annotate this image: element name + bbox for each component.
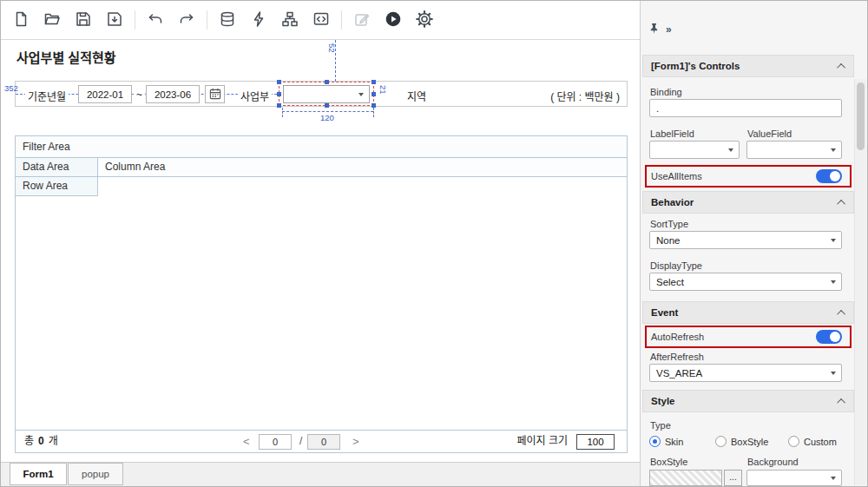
save-as-button[interactable] bbox=[103, 9, 126, 31]
edit-icon bbox=[353, 10, 371, 30]
valuefield-label: ValueField bbox=[747, 128, 792, 139]
useallitems-toggle[interactable] bbox=[816, 169, 842, 183]
chevron-down-icon bbox=[831, 372, 836, 375]
labelfield-label: LabelField bbox=[650, 128, 694, 139]
autorefresh-label: AutoRefresh bbox=[651, 332, 704, 342]
save-button[interactable] bbox=[72, 9, 95, 31]
toggle-knob bbox=[830, 332, 840, 342]
prev-page-button[interactable]: < bbox=[243, 431, 250, 452]
afterrefresh-label: AfterRefresh bbox=[650, 352, 704, 362]
tab-form1[interactable]: Form1 bbox=[10, 463, 67, 485]
style-section-header[interactable]: Style bbox=[642, 390, 854, 412]
behavior-section-header[interactable]: Behavior bbox=[642, 191, 854, 214]
settings-button[interactable] bbox=[413, 9, 436, 31]
calendar-button[interactable] bbox=[205, 85, 225, 103]
hierarchy-button[interactable] bbox=[279, 9, 301, 31]
binding-input[interactable]: . bbox=[649, 99, 842, 117]
panel-header[interactable]: [Form1]'s Controls bbox=[642, 55, 854, 77]
radio-custom[interactable]: Custom bbox=[788, 436, 837, 447]
pin-icon[interactable] bbox=[648, 23, 660, 36]
chevron-up-icon bbox=[837, 63, 845, 71]
undo-button[interactable] bbox=[144, 9, 167, 31]
database-button[interactable] bbox=[216, 9, 239, 31]
scrollbar-thumb[interactable] bbox=[857, 82, 865, 150]
chevron-up-icon bbox=[837, 199, 845, 207]
date-from-input[interactable]: 2022-01 bbox=[78, 85, 132, 103]
filter-area-cell[interactable]: Filter Area bbox=[16, 136, 627, 158]
row-area-cell[interactable]: Row Area bbox=[16, 177, 98, 196]
chevron-up-icon bbox=[837, 398, 845, 406]
radio-dot bbox=[715, 436, 727, 447]
event-trigger-button[interactable] bbox=[247, 9, 270, 31]
behavior-section-title: Behavior bbox=[651, 197, 694, 207]
displaytype-select[interactable]: Select bbox=[649, 273, 842, 291]
page-size-input[interactable]: 100 bbox=[576, 434, 615, 450]
redo-button[interactable] bbox=[175, 9, 198, 31]
new-document-button[interactable] bbox=[10, 9, 32, 31]
toolbar-separator bbox=[341, 10, 342, 30]
run-button[interactable] bbox=[382, 9, 404, 31]
edit-button[interactable] bbox=[351, 9, 373, 31]
period-label: 기준년월 bbox=[25, 89, 69, 103]
division-label: 사업부 bbox=[238, 89, 272, 103]
autorefresh-toggle[interactable] bbox=[816, 330, 842, 344]
valuefield-select[interactable] bbox=[746, 141, 842, 159]
radio-skin-label: Skin bbox=[665, 437, 683, 447]
tab-strip: Form1 popup bbox=[1, 462, 640, 487]
date-to-input[interactable]: 2023-06 bbox=[146, 85, 200, 103]
tab-popup[interactable]: popup bbox=[68, 463, 123, 485]
code-view-button[interactable] bbox=[310, 9, 332, 31]
displaytype-value: Select bbox=[656, 277, 684, 287]
boxstyle-browse-button[interactable]: ... bbox=[724, 470, 742, 486]
style-section-title: Style bbox=[651, 396, 675, 406]
panel-scrollbar[interactable] bbox=[854, 79, 866, 485]
total-suffix: 개 bbox=[49, 435, 58, 447]
toolbar bbox=[1, 1, 641, 40]
displaytype-label: DisplayType bbox=[650, 260, 702, 271]
collapse-panel-button[interactable]: » bbox=[666, 23, 672, 36]
open-folder-button[interactable] bbox=[41, 9, 63, 31]
radio-skin[interactable]: Skin bbox=[649, 436, 683, 447]
code-view-icon bbox=[312, 10, 330, 30]
afterrefresh-value: VS_AREA bbox=[656, 368, 702, 378]
total-prefix: 총 bbox=[24, 435, 34, 447]
panel-header-title: [Form1]'s Controls bbox=[651, 61, 740, 71]
useallitems-label: UseAllItems bbox=[651, 171, 702, 181]
chevron-down-icon bbox=[358, 93, 364, 96]
column-area-cell[interactable]: Column Area bbox=[98, 158, 627, 177]
division-combobox[interactable] bbox=[283, 85, 370, 103]
current-page-input[interactable]: 0 bbox=[259, 434, 292, 450]
total-page-input: 0 bbox=[307, 434, 340, 450]
open-folder-icon bbox=[43, 10, 61, 30]
type-label: Type bbox=[650, 420, 671, 431]
sorttype-label: SortType bbox=[650, 219, 688, 229]
event-trigger-icon bbox=[250, 10, 267, 30]
unit-note: ( 단위 : 백만원 ) bbox=[550, 89, 620, 103]
data-area-cell[interactable]: Data Area bbox=[16, 158, 98, 177]
page-size-label: 페이지 크기 bbox=[516, 431, 568, 452]
radio-custom-label: Custom bbox=[804, 437, 837, 447]
design-canvas: 사업부별 실적현황 52 352 기준년월 2022-01 ~ 2023-06 … bbox=[1, 40, 641, 487]
filter-bar: 기준년월 2022-01 ~ 2023-06 사업부 21 지역 ( 단위 : … bbox=[15, 81, 628, 107]
next-page-button[interactable]: > bbox=[352, 431, 359, 452]
new-document-icon bbox=[12, 10, 30, 30]
guide-height: 21 bbox=[378, 85, 388, 95]
chevron-down-icon bbox=[831, 239, 836, 242]
total-value: 0 bbox=[38, 435, 44, 447]
background-select[interactable] bbox=[746, 470, 842, 486]
app-window: 사업부별 실적현황 52 352 기준년월 2022-01 ~ 2023-06 … bbox=[0, 0, 868, 487]
labelfield-select[interactable] bbox=[649, 141, 740, 159]
radio-boxstyle[interactable]: BoxStyle bbox=[715, 436, 768, 447]
pivot-grid: Filter Area Data Area Column Area Row Ar… bbox=[15, 135, 628, 453]
boxstyle-swatch[interactable] bbox=[649, 470, 722, 486]
binding-label: Binding bbox=[650, 87, 682, 97]
redo-icon bbox=[178, 10, 195, 30]
grid-footer: 총0개 < 0 / 0 > 페이지 크기 100 bbox=[16, 430, 627, 452]
boxstyle-label: BoxStyle bbox=[650, 457, 687, 467]
calendar-icon bbox=[209, 88, 221, 102]
guide-top-offset: 52 bbox=[327, 43, 337, 53]
event-section-header[interactable]: Event bbox=[642, 301, 854, 324]
afterrefresh-select[interactable]: VS_AREA bbox=[649, 364, 842, 382]
chevron-down-icon bbox=[831, 148, 836, 152]
sorttype-select[interactable]: None bbox=[649, 231, 842, 249]
